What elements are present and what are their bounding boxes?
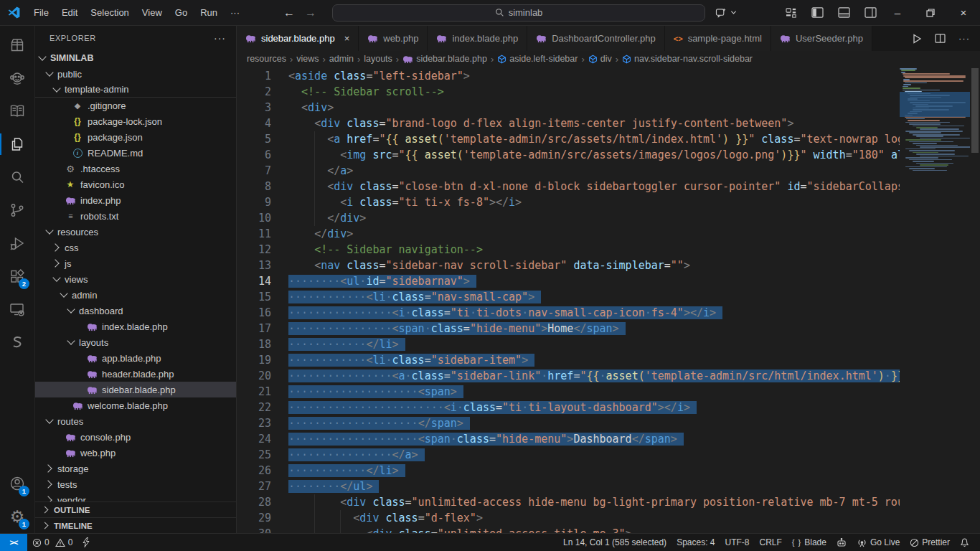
- run-debug-icon[interactable]: [0, 227, 34, 260]
- status-crlf[interactable]: CRLF: [755, 537, 787, 547]
- breadcrumb-aside.left-sidebar[interactable]: aside.left-sidebar: [497, 54, 578, 64]
- menu-[interactable]: ···: [224, 4, 246, 21]
- tree-file-package.json[interactable]: {}package.json: [35, 129, 236, 145]
- extensions-icon[interactable]: 2: [0, 260, 34, 293]
- tree-folder-layouts[interactable]: layouts: [35, 334, 236, 350]
- close-window-button[interactable]: ×: [947, 0, 980, 26]
- breadcrumb[interactable]: resources›views›admin›layouts›sidebar.bl…: [237, 51, 980, 67]
- tab-sample-page.html[interactable]: <>sample-page.html: [665, 26, 771, 51]
- tab-sidebar.blade.php[interactable]: sidebar.blade.php×: [237, 26, 359, 51]
- section-outline[interactable]: OUTLINE: [35, 501, 236, 517]
- menu-view[interactable]: View: [136, 4, 169, 21]
- lightning-indicator[interactable]: [77, 537, 95, 547]
- tab-index.blade.php[interactable]: index.blade.php: [428, 26, 527, 51]
- code-line-3: 3 <div>: [237, 100, 900, 116]
- breadcrumb-views[interactable]: views: [296, 54, 319, 64]
- code-line-7: 7 </a>: [237, 163, 900, 179]
- tab-dashboardcontroller.php[interactable]: DashboardController.php: [527, 26, 665, 51]
- status-bell[interactable]: [955, 537, 974, 547]
- breadcrumb-sidebar.blade.php[interactable]: sidebar.blade.php: [402, 54, 487, 64]
- breadcrumb-resources[interactable]: resources: [247, 54, 286, 64]
- forward-arrow[interactable]: →: [305, 6, 316, 19]
- remote-indicator[interactable]: ><: [0, 534, 27, 551]
- s-extension-icon[interactable]: [0, 326, 34, 359]
- status-utf-8[interactable]: UTF-8: [720, 537, 755, 547]
- section-timeline[interactable]: TIMELINE: [35, 517, 236, 533]
- tree-file-sidebar.blade.php[interactable]: sidebar.blade.php: [35, 382, 236, 397]
- tree-folder-js[interactable]: js: [35, 255, 236, 271]
- customize-layout-icon[interactable]: [786, 8, 797, 18]
- tree-file-index.blade.php[interactable]: index.blade.php: [35, 319, 236, 334]
- book-extension-icon[interactable]: [0, 95, 34, 128]
- menu-edit[interactable]: Edit: [55, 4, 84, 21]
- search-icon[interactable]: [0, 161, 34, 194]
- text-file-icon: ≡: [65, 212, 76, 220]
- package-extension-icon[interactable]: [0, 29, 34, 62]
- tree-root-siminlab[interactable]: SIMINLAB: [35, 50, 236, 66]
- tree-file-app.blade.php[interactable]: app.blade.php: [35, 350, 236, 366]
- editor-scrollbar[interactable]: [970, 67, 980, 533]
- minimize-button[interactable]: –: [881, 0, 914, 26]
- accounts-icon[interactable]: 1: [0, 467, 34, 500]
- tree-folder-template-admin[interactable]: template-admin: [35, 82, 236, 98]
- explorer-icon[interactable]: [0, 128, 34, 161]
- status-robot[interactable]: [831, 538, 852, 547]
- tree-file-.htaccess[interactable]: ⚙.htaccess: [35, 161, 236, 176]
- close-tab-icon[interactable]: ×: [344, 33, 350, 44]
- tree-file-readme.md[interactable]: iREADME.md: [35, 145, 236, 161]
- menu-selection[interactable]: Selection: [84, 4, 135, 21]
- tree-folder-storage[interactable]: storage: [35, 461, 236, 476]
- split-editor-icon[interactable]: [935, 34, 946, 43]
- toggle-panel-icon[interactable]: [838, 7, 850, 18]
- status-ln-14--col-1--585-selected-[interactable]: Ln 14, Col 1 (585 selected): [558, 537, 672, 547]
- breadcrumb-div[interactable]: div: [588, 54, 612, 64]
- source-control-icon[interactable]: [0, 194, 34, 227]
- toggle-primary-sidebar-icon[interactable]: [811, 7, 824, 18]
- status-go-live[interactable]: Go Live: [852, 537, 905, 547]
- run-file-icon[interactable]: [913, 34, 922, 44]
- status-blade[interactable]: { }Blade: [787, 537, 831, 547]
- tree-folder-vendor[interactable]: vendor: [35, 492, 236, 501]
- menu-file[interactable]: File: [27, 4, 55, 21]
- tree-folder-css[interactable]: css: [35, 240, 236, 255]
- tree-file-package-lock.json[interactable]: {}package-lock.json: [35, 113, 236, 129]
- command-center-search[interactable]: siminlab: [332, 4, 705, 22]
- minimap[interactable]: [900, 68, 970, 533]
- restore-button[interactable]: [914, 0, 947, 26]
- tree-folder-dashboard[interactable]: dashboard: [35, 303, 236, 319]
- tree-file-.gitignore[interactable]: ◆.gitignore: [35, 98, 236, 113]
- back-arrow[interactable]: ←: [283, 6, 295, 19]
- status-prettier[interactable]: Prettier: [905, 537, 955, 547]
- breadcrumb-admin[interactable]: admin: [329, 54, 354, 64]
- tree-folder-views[interactable]: views: [35, 271, 236, 287]
- tree-file-favicon.ico[interactable]: ★favicon.ico: [35, 176, 236, 192]
- menu-run[interactable]: Run: [194, 4, 224, 21]
- copilot-chat-button[interactable]: [715, 7, 737, 18]
- tree-folder-public[interactable]: public: [35, 66, 236, 82]
- tab-web.php[interactable]: web.php: [359, 26, 428, 51]
- explorer-more-actions[interactable]: ···: [214, 32, 226, 44]
- settings-gear-icon[interactable]: ⚙1: [0, 500, 34, 533]
- tree-folder-tests[interactable]: tests: [35, 476, 236, 492]
- menu-go[interactable]: Go: [169, 4, 194, 21]
- breadcrumb-layouts[interactable]: layouts: [364, 54, 392, 64]
- tree-folder-resources[interactable]: resources: [35, 224, 236, 240]
- tree-file-console.php[interactable]: console.php: [35, 429, 236, 445]
- editor-more-actions[interactable]: ···: [958, 33, 970, 44]
- tree-file-header.blade.php[interactable]: header.blade.php: [35, 366, 236, 382]
- tree-file-robots.txt[interactable]: ≡robots.txt: [35, 208, 236, 224]
- symbol-icon: [497, 55, 507, 64]
- breadcrumb-nav.sidebar-nav.scroll-sidebar[interactable]: nav.sidebar-nav.scroll-sidebar: [622, 54, 753, 64]
- tree-file-web.php[interactable]: web.php: [35, 445, 236, 461]
- tree-file-index.php[interactable]: index.php: [35, 192, 236, 208]
- code-editor[interactable]: 1<aside class="left-sidebar">2 <!-- Side…: [237, 67, 980, 533]
- tab-userseeder.php[interactable]: UserSeeder.php: [771, 26, 872, 51]
- remote-explorer-icon[interactable]: [0, 293, 34, 326]
- tree-folder-admin[interactable]: admin: [35, 287, 236, 303]
- status-spaces--4[interactable]: Spaces: 4: [672, 537, 720, 547]
- toggle-secondary-sidebar-icon[interactable]: [864, 7, 877, 18]
- tree-folder-routes[interactable]: routes: [35, 413, 236, 429]
- tree-file-welcome.blade.php[interactable]: welcome.blade.php: [35, 397, 236, 413]
- problems-indicator[interactable]: 0 0: [27, 537, 77, 547]
- monkey-extension-icon[interactable]: [0, 62, 34, 95]
